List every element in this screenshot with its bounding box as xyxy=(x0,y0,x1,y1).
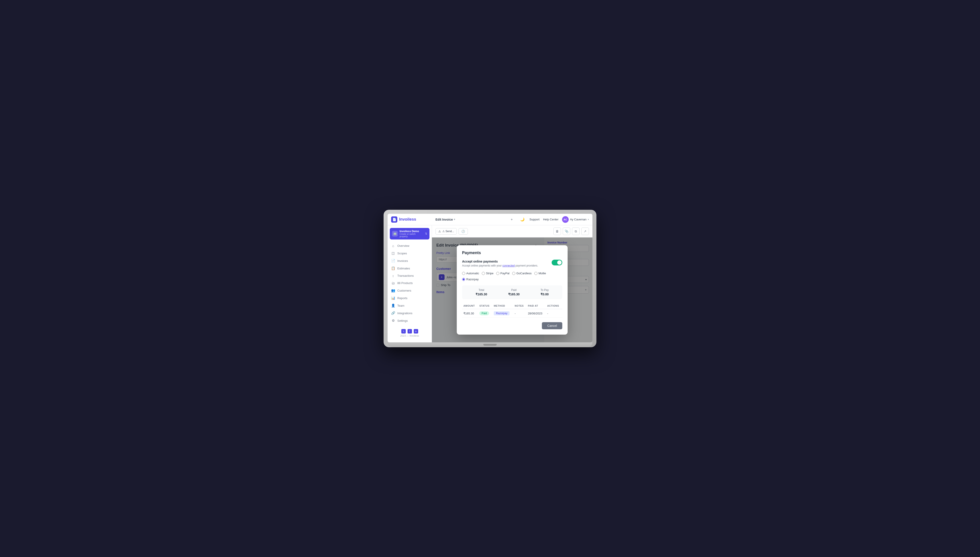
sidebar: 🏢 Invoiless Demo Create or switch proper… xyxy=(387,225,432,342)
settings-icon: ⚙ xyxy=(391,319,395,322)
attach-button[interactable]: 📎 xyxy=(563,228,570,235)
summary-cols: Total ₹165.30 Paid ₹165.30 T xyxy=(465,288,559,296)
topay-label: To Pay xyxy=(540,288,549,292)
topay-col: To Pay ₹0.00 xyxy=(540,288,549,296)
send-button[interactable]: ⚠ ⚠ Send... xyxy=(435,228,457,235)
sidebar-item-scopes[interactable]: ◫ Scopes xyxy=(387,249,432,257)
property-chevron: ⇅ xyxy=(425,232,427,235)
sidebar-item-settings[interactable]: ⚙ Settings xyxy=(387,317,432,324)
sidebar-item-reports[interactable]: 📊 Reports xyxy=(387,294,432,302)
total-label: Total xyxy=(475,288,487,292)
clock-icon: 🕐 xyxy=(461,230,465,233)
user-chevron: ▾ xyxy=(588,218,589,221)
user-menu[interactable]: AC Ay Caveman ▾ xyxy=(562,216,589,223)
col-notes: NOTES xyxy=(513,303,527,309)
col-method: METHOD xyxy=(492,303,513,309)
payment-summary: Total ₹165.30 Paid ₹165.30 T xyxy=(462,285,562,299)
sidebar-item-integrations[interactable]: 🔗 Integrations xyxy=(387,309,432,317)
paid-col: Paid ₹165.30 xyxy=(508,288,520,296)
online-payments-toggle[interactable] xyxy=(552,260,562,265)
col-paid-at: PAID AT xyxy=(527,303,546,309)
toggle-title: Accept online payments xyxy=(462,260,538,263)
property-switcher[interactable]: 🏢 Invoiless Demo Create or switch proper… xyxy=(390,228,430,239)
connected-link[interactable]: connected xyxy=(502,264,514,267)
add-button[interactable]: + xyxy=(508,216,515,223)
status-badge-paid: Paid xyxy=(479,311,489,315)
facebook-link[interactable]: f xyxy=(407,329,412,334)
user-name: Ay Caveman xyxy=(570,218,586,221)
method-mollie[interactable]: Mollie xyxy=(534,272,546,275)
method-paypal[interactable]: PayPal xyxy=(496,272,510,275)
sidebar-item-label: Reports xyxy=(397,296,407,300)
table-row: ₹165.30 Paid Razorpay - xyxy=(462,309,562,318)
cell-status: Paid xyxy=(478,309,492,318)
sidebar-item-label: Invoices xyxy=(397,259,408,262)
external-link-button[interactable]: ↗ xyxy=(581,228,589,235)
payments-modal: Payments Accept online payments Accept o… xyxy=(457,245,568,335)
delete-button[interactable]: 🗑 xyxy=(553,228,561,235)
sidebar-item-label: Integrations xyxy=(397,311,412,315)
nav-center: Edit Invoice ▾ xyxy=(435,218,508,221)
nav-title: Edit Invoice ▾ xyxy=(435,218,455,221)
modal-overlay: Payments Accept online payments Accept o… xyxy=(432,238,593,342)
sidebar-item-invoices[interactable]: 📄 Invoices xyxy=(387,257,432,264)
toggle-section: Accept online payments Accept online pay… xyxy=(462,260,562,267)
products-icon: 🗂 xyxy=(391,281,395,285)
content-toolbar: ⚠ ⚠ Send... 🕐 🗑 📎 ⧉ ↗ xyxy=(432,225,593,238)
total-col: Total ₹165.30 xyxy=(475,288,487,296)
laptop-notch xyxy=(483,344,497,346)
sidebar-item-transactions[interactable]: ↕ Transactions xyxy=(387,272,432,279)
method-badge: Razorpay xyxy=(494,311,510,315)
toggle-text: Accept online payments Accept online pay… xyxy=(462,260,538,267)
payments-table: AMOUNT STATUS METHOD NOTES PAID AT ACTIO… xyxy=(462,303,562,318)
sidebar-item-estimates[interactable]: 📋 Estimates xyxy=(387,264,432,272)
toolbar-right: 🗑 📎 ⧉ ↗ xyxy=(553,228,589,235)
clock-button[interactable]: 🕐 xyxy=(459,228,468,235)
cell-amount: ₹165.30 xyxy=(462,309,478,318)
copy-button[interactable]: ⧉ xyxy=(572,228,580,235)
overview-icon: ⌂ xyxy=(391,244,395,248)
sidebar-item-label: Transactions xyxy=(397,274,414,277)
topay-value: ₹0.00 xyxy=(540,293,549,296)
sidebar-item-label: Estimates xyxy=(397,267,410,270)
invoices-icon: 📄 xyxy=(391,259,395,263)
team-icon: 👤 xyxy=(391,303,395,308)
method-automatic[interactable]: Automatic xyxy=(462,272,479,275)
sidebar-item-team[interactable]: 👤 Team xyxy=(387,302,432,309)
cell-actions: - xyxy=(546,309,562,318)
avatar: AC xyxy=(562,216,569,223)
modal-title: Payments xyxy=(462,251,562,255)
property-name: Invoiless Demo xyxy=(400,230,423,233)
support-link[interactable]: Support xyxy=(529,218,540,221)
method-stripe[interactable]: Stripe xyxy=(482,272,493,275)
modal-footer: Cancel xyxy=(462,322,562,329)
sidebar-item-label: Scopes xyxy=(397,252,407,255)
method-gocardless[interactable]: GoCardless xyxy=(512,272,532,275)
integrations-icon: 🔗 xyxy=(391,311,395,315)
nav-right: + 🌙 Support Help Center AC Ay Caveman ▾ xyxy=(508,216,589,223)
estimates-icon: 📋 xyxy=(391,266,395,270)
cell-paid-at: 28/06/2023 xyxy=(527,309,546,318)
payment-methods: Automatic Stripe PayPal xyxy=(462,272,562,281)
method-razorpay[interactable]: Razorpay xyxy=(462,278,479,281)
sidebar-item-customers[interactable]: 👥 Customers xyxy=(387,287,432,294)
sidebar-item-label: Team xyxy=(397,304,404,307)
linkedin-link[interactable]: in xyxy=(414,329,418,334)
social-links: 𝕏 f in xyxy=(391,329,428,334)
dark-mode-button[interactable]: 🌙 xyxy=(519,216,526,223)
property-sub: Create or switch property xyxy=(400,233,423,238)
scopes-icon: ◫ xyxy=(391,251,395,255)
content-area: ⚠ ⚠ Send... 🕐 🗑 📎 ⧉ ↗ xyxy=(432,225,593,342)
cancel-button[interactable]: Cancel xyxy=(542,322,562,329)
sidebar-item-overview[interactable]: ⌂ Overview xyxy=(387,242,432,249)
sidebar-item-products[interactable]: 🗂 88 Products xyxy=(387,279,432,287)
customers-icon: 👥 xyxy=(391,288,395,293)
help-center-link[interactable]: Help Center xyxy=(543,218,558,221)
cell-method: Razorpay xyxy=(492,309,513,318)
total-value: ₹165.30 xyxy=(475,293,487,296)
col-actions: ACTIONS xyxy=(546,303,562,309)
twitter-link[interactable]: 𝕏 xyxy=(401,329,406,334)
footer-text: 2023 — Invoiless xyxy=(391,334,428,337)
sidebar-footer: 𝕏 f in 2023 — Invoiless xyxy=(387,326,432,340)
toolbar-left: ⚠ ⚠ Send... 🕐 xyxy=(435,228,468,235)
